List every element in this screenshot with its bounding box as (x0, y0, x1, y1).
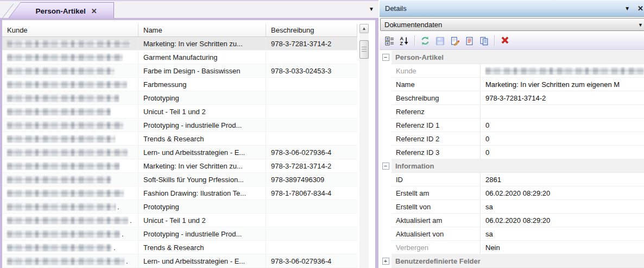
cell-name: Prototyping (138, 91, 266, 105)
application-window: Person-Artikel ✕ ▼ Kunde Name Beschreibu… (0, 0, 644, 268)
save-icon[interactable] (433, 34, 446, 47)
group-row[interactable]: −Information (380, 159, 644, 173)
property-label: Referenz ID 3 (392, 146, 481, 159)
table-row[interactable]: Marketing: In vier Schritten zu...978-3-… (2, 159, 357, 173)
cell-name: Prototyping - industrielle Prod... (138, 119, 266, 132)
property-label: Referenz ID 1 (392, 119, 481, 132)
table-row[interactable]: .Prototyping (2, 200, 357, 214)
table-row[interactable]: Fashion Drawing: Ilustration Te...978-1-… (2, 186, 357, 200)
property-value[interactable]: 0 (481, 119, 644, 132)
group-gutter: − (380, 159, 392, 173)
property-row[interactable]: Referenz ID 10 (380, 119, 644, 132)
svg-text:Z: Z (400, 41, 403, 46)
column-header-name[interactable]: Name (138, 24, 266, 36)
table-row[interactable]: Trends & Research (2, 132, 357, 146)
group-row[interactable]: −Person-Artikel (380, 51, 644, 64)
view-selector-dropdown[interactable]: Dokumentendaten ▼ (380, 18, 644, 31)
property-row[interactable]: Referenz ID 20 (380, 132, 644, 146)
property-label: Aktualisiert von (392, 227, 481, 241)
panel-menu-arrow-icon[interactable]: ▼ (624, 5, 630, 11)
cell-beschreibung (266, 241, 357, 254)
property-value[interactable]: sa (481, 200, 644, 214)
property-row[interactable]: ID2861 (380, 173, 644, 186)
table-row[interactable]: Prototyping - industrielle Prod... (2, 119, 357, 132)
cell-kunde-suffix: . (113, 244, 116, 252)
group-gutter: − (380, 51, 392, 64)
copy-icon[interactable] (477, 34, 490, 47)
row-gutter (380, 200, 392, 214)
table-row[interactable]: Marketing: In vier Schritten zu...978-3-… (2, 37, 357, 51)
property-value[interactable]: 06.02.2020 08:29:20 (481, 214, 644, 227)
property-value[interactable]: 978-3-7281-3714-2 (481, 91, 644, 105)
property-row[interactable]: Kunde (380, 64, 644, 78)
property-row[interactable]: Referenz (380, 105, 644, 119)
document-icon[interactable] (463, 34, 476, 47)
property-row[interactable]: Erstellt am06.02.2020 08:29:20 (380, 186, 644, 200)
property-value[interactable]: 0 (481, 146, 644, 159)
sort-az-icon[interactable]: AZ (397, 34, 411, 47)
cell-beschreibung (266, 51, 357, 64)
table-row[interactable]: Unicut - Teil 1 und 2 (2, 105, 357, 119)
vertical-scrollbar[interactable]: ▲ (359, 24, 369, 268)
redacted-text (7, 230, 120, 238)
cell-kunde: . (2, 254, 138, 268)
table-row[interactable]: Farbe im Design - Basiswissen978-3-033-0… (2, 64, 357, 78)
group-row[interactable]: +Benutzerdefinierte Felder (380, 254, 644, 268)
property-row[interactable]: VerbergenNein (380, 241, 644, 254)
collapse-box-icon[interactable]: − (382, 54, 389, 61)
column-header-kunde[interactable]: Kunde (2, 24, 138, 36)
property-value[interactable]: 06.02.2020 08:29:20 (481, 186, 644, 200)
table-row[interactable]: .Unicut - Teil 1 und 2 (2, 214, 357, 227)
edit-icon[interactable] (448, 34, 461, 47)
refresh-icon[interactable] (419, 34, 432, 47)
property-row[interactable]: Aktualisiert am06.02.2020 08:29:20 (380, 214, 644, 227)
cell-kunde (2, 173, 138, 186)
tab-close-icon[interactable]: ✕ (91, 7, 97, 15)
tab-overflow-arrow-icon[interactable]: ▼ (369, 6, 374, 12)
property-row[interactable]: NameMarketing: In vier Schritten zum eig… (380, 78, 644, 91)
redacted-text (7, 67, 115, 74)
property-value[interactable] (481, 105, 644, 119)
cell-beschreibung: 978-3-7281-3714-2 (266, 37, 357, 51)
delete-icon[interactable] (498, 34, 512, 47)
cell-kunde (2, 159, 138, 173)
collapse-box-icon[interactable]: − (382, 163, 389, 170)
property-value[interactable]: Marketing: In vier Schritten zum eigenen… (481, 78, 644, 91)
property-row[interactable]: Beschreibung978-3-7281-3714-2 (380, 91, 644, 105)
cell-name: Trends & Research (138, 132, 266, 146)
categorized-icon[interactable] (383, 34, 396, 47)
group-label: Benutzerdefinierte Felder (392, 254, 644, 268)
person-artikel-pane: Person-Artikel ✕ ▼ Kunde Name Beschreibu… (0, 0, 378, 268)
panel-close-icon[interactable]: ✕ (637, 4, 643, 13)
scroll-up-icon[interactable]: ▲ (359, 24, 369, 33)
property-value[interactable]: 2861 (481, 173, 644, 186)
table-row[interactable]: Farbmessung (2, 78, 357, 91)
table-row[interactable]: .Lern- und Arbeitsstrategien - E...978-3… (2, 254, 357, 268)
cell-name: Marketing: In vier Schritten zu... (138, 159, 266, 173)
redacted-text (7, 81, 127, 88)
table-row[interactable]: .Prototyping - industrielle Prod... (2, 227, 357, 241)
row-gutter (380, 105, 392, 119)
table-row[interactable]: Lern- und Arbeitsstrategien - E...978-3-… (2, 146, 357, 159)
tab-person-artikel[interactable]: Person-Artikel ✕ (8, 2, 114, 19)
cell-kunde (2, 64, 138, 78)
property-row[interactable]: Referenz ID 30 (380, 146, 644, 159)
property-row[interactable]: Erstellt vonsa (380, 200, 644, 214)
property-value[interactable]: sa (481, 227, 644, 241)
details-title: Details (385, 4, 624, 13)
column-header-beschreibung[interactable]: Beschreibung (266, 24, 357, 36)
table-row[interactable]: Soft-Skills für Young Prfession...978-38… (2, 173, 357, 186)
scrollbar-thumb[interactable] (359, 40, 369, 59)
property-value[interactable]: 0 (481, 132, 644, 146)
toolbar-separator (494, 35, 495, 46)
property-value[interactable]: Nein (481, 241, 644, 254)
cell-kunde: . (2, 200, 138, 214)
table-row[interactable]: .Trends & Research (2, 241, 357, 254)
property-row[interactable]: Aktualisiert vonsa (380, 227, 644, 241)
table-row[interactable]: Garment Manufacturing (2, 51, 357, 64)
expand-box-icon[interactable]: + (382, 258, 389, 265)
cell-kunde (2, 51, 138, 64)
cell-name: Fashion Drawing: Ilustration Te... (138, 186, 266, 200)
table-row[interactable]: Prototyping (2, 91, 357, 105)
property-value[interactable] (481, 64, 644, 78)
